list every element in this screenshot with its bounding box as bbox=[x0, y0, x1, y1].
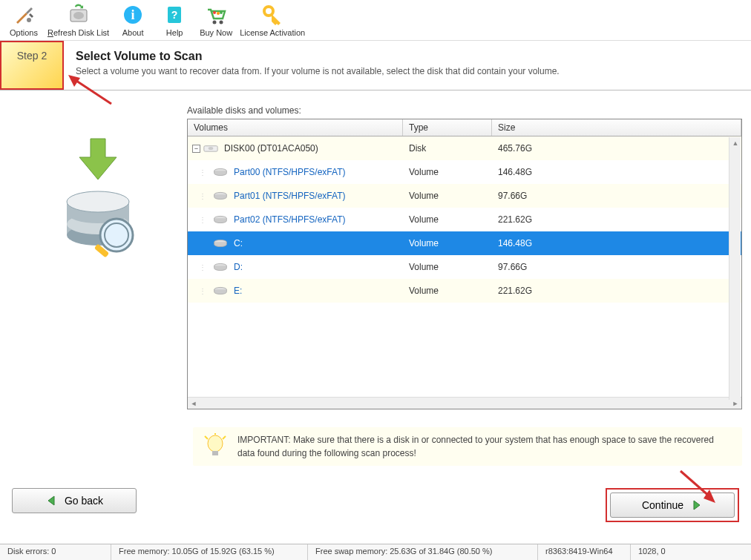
arrow-left-icon bbox=[45, 495, 57, 507]
svg-text:i: i bbox=[131, 7, 135, 22]
table-row[interactable]: ⋮ E: Volume 221.62G bbox=[188, 279, 741, 303]
info-text: IMPORTANT: Make sure that there is a dis… bbox=[237, 433, 733, 460]
help-icon: ? bbox=[163, 3, 186, 27]
annotation-arrow-2 bbox=[677, 467, 721, 508]
svg-point-0 bbox=[27, 18, 31, 22]
tree-line: ⋮ bbox=[192, 192, 213, 200]
key-icon bbox=[260, 3, 284, 27]
collapse-icon[interactable]: − bbox=[192, 145, 200, 153]
toolbar: Options Refresh Disk List i About ? Help… bbox=[0, 0, 751, 40]
annotation-arrow-1 bbox=[67, 70, 119, 108]
table-row-disk[interactable]: − DISK00 (DT01ACA050) Disk 465.76G bbox=[188, 136, 741, 160]
status-freeswap: Free swap memory: 25.63G of 31.84G (80.5… bbox=[308, 544, 538, 560]
row-name: DISK00 (DT01ACA050) bbox=[224, 143, 318, 154]
about-button[interactable]: i About bbox=[115, 3, 151, 37]
status-bar: Disk errors: 0 Free memory: 10.05G of 15… bbox=[0, 544, 751, 560]
col-header-size[interactable]: Size bbox=[492, 119, 741, 136]
row-name: Part01 (NTFS/HPFS/exFAT) bbox=[234, 191, 345, 201]
scan-graphic bbox=[9, 105, 187, 409]
tree-line: ⋮ bbox=[192, 263, 213, 271]
volume-icon bbox=[213, 286, 234, 296]
tree-line: ⋮ bbox=[192, 216, 213, 224]
row-name: E: bbox=[234, 286, 242, 296]
options-icon bbox=[12, 3, 36, 27]
row-size: 146.48G bbox=[492, 238, 741, 248]
col-header-name[interactable]: Volumes bbox=[188, 119, 403, 136]
svg-point-23 bbox=[209, 147, 214, 150]
status-coords: 1028, 0 bbox=[631, 544, 751, 560]
table-header: Volumes Type Size bbox=[188, 119, 741, 136]
horizontal-scrollbar[interactable]: ◄ ► bbox=[188, 397, 741, 409]
scroll-left-icon[interactable]: ◄ bbox=[188, 398, 200, 409]
row-size: 146.48G bbox=[492, 167, 741, 177]
table-label: Available disks and volumes: bbox=[187, 105, 742, 116]
volume-icon bbox=[213, 262, 234, 272]
row-name: Part02 (NTFS/HPFS/exFAT) bbox=[234, 214, 345, 225]
row-type: Volume bbox=[403, 167, 492, 177]
row-type: Volume bbox=[403, 238, 492, 248]
options-button[interactable]: Options bbox=[6, 3, 42, 37]
svg-point-7 bbox=[213, 21, 217, 24]
go-back-label: Go back bbox=[65, 495, 103, 507]
help-button[interactable]: ? Help bbox=[157, 3, 192, 37]
main-area: Available disks and volumes: Volumes Typ… bbox=[0, 90, 751, 409]
col-header-type[interactable]: Type bbox=[403, 119, 492, 136]
svg-point-18 bbox=[67, 191, 129, 212]
buynow-button[interactable]: Buy Now bbox=[198, 3, 234, 37]
row-type: Volume bbox=[403, 191, 492, 201]
svg-point-12 bbox=[264, 7, 273, 16]
volume-icon bbox=[213, 214, 234, 225]
svg-text:?: ? bbox=[171, 9, 178, 21]
table-row[interactable]: ⋮ D: Volume 97.66G bbox=[188, 255, 741, 279]
table-row-selected[interactable]: C: Volume 146.48G bbox=[188, 231, 741, 255]
svg-point-9 bbox=[213, 11, 216, 14]
svg-rect-31 bbox=[212, 451, 218, 455]
info-strip: IMPORTANT: Make sure that there is a dis… bbox=[193, 427, 742, 466]
volume-icon bbox=[213, 238, 234, 248]
tree-line: ⋮ bbox=[192, 287, 213, 295]
tree-line: ⋮ bbox=[192, 168, 213, 177]
cart-icon bbox=[204, 3, 228, 27]
row-type: Volume bbox=[403, 262, 492, 272]
about-icon: i bbox=[121, 3, 145, 27]
row-size: 221.62G bbox=[492, 214, 741, 225]
page-title: Select Volume to Scan bbox=[76, 50, 739, 63]
volumes-table: Volumes Type Size − DISK00 (DT01ACA050) … bbox=[187, 119, 742, 409]
page-description: Select a volume you want to recover data… bbox=[76, 66, 739, 76]
go-back-button[interactable]: Go back bbox=[12, 488, 137, 513]
table-body: − DISK00 (DT01ACA050) Disk 465.76G ⋮ Par… bbox=[188, 136, 741, 397]
row-size: 221.62G bbox=[492, 286, 741, 296]
row-name: Part00 (NTFS/HPFS/exFAT) bbox=[234, 167, 345, 177]
refresh-disk-icon bbox=[67, 3, 91, 27]
row-size: 465.76G bbox=[492, 143, 741, 154]
row-type: Disk bbox=[403, 143, 492, 154]
row-size: 97.66G bbox=[492, 191, 741, 201]
table-row[interactable]: ⋮ Part00 (NTFS/HPFS/exFAT) Volume 146.48… bbox=[188, 160, 741, 184]
refresh-label: Refresh Disk List bbox=[47, 28, 109, 37]
svg-point-11 bbox=[220, 11, 223, 14]
svg-point-8 bbox=[220, 21, 223, 24]
step-badge: Step 2 bbox=[0, 41, 64, 90]
row-size: 97.66G bbox=[492, 262, 741, 272]
license-button[interactable]: License Activation bbox=[240, 3, 305, 37]
volume-icon bbox=[213, 167, 234, 177]
status-diskerrors: Disk errors: 0 bbox=[0, 544, 111, 560]
button-bar: Go back Continue bbox=[0, 466, 751, 530]
buynow-label: Buy Now bbox=[200, 28, 232, 37]
row-name: D: bbox=[234, 262, 243, 272]
status-build: r8363:8419-Win64 bbox=[538, 544, 631, 560]
row-name: C: bbox=[234, 238, 243, 248]
vertical-scrollbar[interactable]: ▲ bbox=[729, 137, 741, 400]
refresh-button[interactable]: Refresh Disk List bbox=[47, 3, 109, 37]
svg-point-2 bbox=[73, 12, 84, 19]
lightbulb-icon bbox=[202, 433, 229, 460]
about-label: About bbox=[122, 28, 144, 37]
table-row[interactable]: ⋮ Part02 (NTFS/HPFS/exFAT) Volume 221.62… bbox=[188, 208, 741, 231]
row-type: Volume bbox=[403, 214, 492, 225]
svg-point-30 bbox=[208, 435, 223, 452]
svg-point-10 bbox=[217, 12, 220, 15]
table-row[interactable]: ⋮ Part01 (NTFS/HPFS/exFAT) Volume 97.66G bbox=[188, 184, 741, 208]
scroll-up-icon[interactable]: ▲ bbox=[729, 137, 741, 149]
help-label: Help bbox=[166, 28, 183, 37]
license-label: License Activation bbox=[240, 28, 305, 37]
